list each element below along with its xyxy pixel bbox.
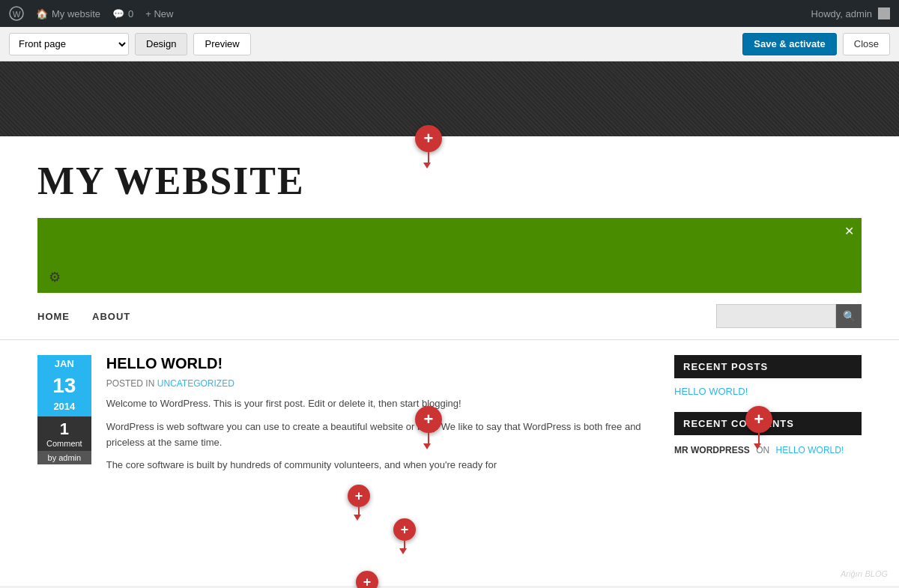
add-block-content2[interactable]: + <box>393 518 416 554</box>
add-block-content3[interactable]: + <box>356 571 378 588</box>
add-block-pin-tip-mid <box>423 443 431 449</box>
add-block-circle-top[interactable]: + <box>415 125 442 152</box>
post-date-badge: JAN 13 2014 1 Comment by admin <box>37 355 91 464</box>
post-author: by admin <box>37 451 91 464</box>
post-text-3: The core software is built by hundreds o… <box>37 458 644 473</box>
search-input[interactable] <box>716 304 836 328</box>
post-meta: POSTED IN UNCATEGORIZED <box>37 378 644 389</box>
comments-count: 0 <box>128 8 133 19</box>
close-button[interactable]: Close <box>843 33 890 55</box>
svg-text:W: W <box>13 10 21 19</box>
post-text-2: WordPress is web software you can use to… <box>37 419 644 451</box>
preview-dark-header <box>0 61 899 136</box>
add-block-top[interactable]: + <box>415 125 442 169</box>
banner-close-button[interactable]: ✕ <box>844 224 854 238</box>
add-block-circle-c1[interactable]: + <box>348 485 370 507</box>
new-content-link[interactable]: + New <box>145 8 173 19</box>
add-block-circle-mid[interactable]: + <box>415 406 442 433</box>
add-block-circle-sidebar[interactable]: + <box>745 406 772 433</box>
site-name: My website <box>52 8 100 19</box>
posts-column: JAN 13 2014 1 Comment by admin HELLO WOR… <box>37 355 674 481</box>
add-block-mid[interactable]: + <box>415 406 442 449</box>
add-block-content1[interactable]: + <box>348 485 370 521</box>
nav-search: 🔍 <box>716 304 862 328</box>
date-day: 13 <box>37 372 91 399</box>
post-text-1: Welcome to WordPress. This is your first… <box>37 396 644 412</box>
add-block-circle-c3[interactable]: + <box>356 571 378 588</box>
search-button[interactable]: 🔍 <box>836 304 862 328</box>
add-block-pin-top <box>428 152 429 163</box>
comment-author: MR WORDPRESS <box>674 445 750 455</box>
site-title: MY WEBSITE <box>0 136 899 218</box>
wp-logo-link[interactable]: W <box>9 6 24 21</box>
page-select[interactable]: Front page <box>9 33 129 55</box>
add-block-sidebar[interactable]: + <box>745 406 772 449</box>
add-block-pin-tip-c1 <box>354 515 361 521</box>
home-icon: 🏠 <box>36 8 48 19</box>
post-category[interactable]: UNCATEGORIZED <box>157 378 234 389</box>
post-item: JAN 13 2014 1 Comment by admin HELLO WOR… <box>37 355 644 481</box>
watermark: Ariğırı BLOG <box>841 569 888 578</box>
site-name-link[interactable]: 🏠 My website <box>36 8 100 19</box>
add-block-pin-c1 <box>358 507 360 515</box>
banner-widget: ✕ ⚙ <box>37 218 862 293</box>
add-block-pin-mid <box>428 433 429 443</box>
comments-icon: 💬 <box>112 8 124 19</box>
preview-area: MY WEBSITE ✕ ⚙ HOME ABOUT 🔍 <box>0 61 899 588</box>
preview-page: MY WEBSITE ✕ ⚙ HOME ABOUT 🔍 <box>0 136 899 586</box>
recent-posts-title: RECENT POSTS <box>674 355 862 378</box>
meta-prefix: POSTED IN <box>106 378 155 389</box>
banner-gear-icon[interactable]: ⚙ <box>49 269 61 285</box>
add-block-pin-tip-top <box>423 163 431 169</box>
comments-link[interactable]: 💬 0 <box>112 8 133 19</box>
customizer-toolbar: Front page Design Preview Save & activat… <box>0 27 899 61</box>
add-block-pin-c2 <box>404 541 405 548</box>
new-label: + New <box>145 8 173 19</box>
design-button[interactable]: Design <box>135 33 187 55</box>
date-month: JAN <box>37 355 91 372</box>
add-block-circle-c2[interactable]: + <box>393 518 416 541</box>
nav-about[interactable]: ABOUT <box>92 311 130 322</box>
comment-badge: 1 Comment <box>37 416 91 451</box>
date-year: 2014 <box>37 399 91 416</box>
site-navigation: HOME ABOUT 🔍 <box>0 293 899 340</box>
admin-bar: W 🏠 My website 💬 0 + New Howdy, admin <box>0 0 899 27</box>
post-content: HELLO WORLD! POSTED IN UNCATEGORIZED Wel… <box>37 355 644 473</box>
comment-post-link[interactable]: HELLO WORLD! <box>776 445 844 455</box>
search-icon: 🔍 <box>843 310 856 322</box>
post-title: HELLO WORLD! <box>37 355 644 372</box>
recent-post-link[interactable]: HELLO WORLD! <box>674 386 862 397</box>
add-block-pin-tip-sidebar <box>754 443 761 449</box>
nav-home[interactable]: HOME <box>37 311 70 322</box>
save-activate-button[interactable]: Save & activate <box>742 33 836 55</box>
watermark-text: Ariğırı BLOG <box>841 569 888 578</box>
howdy-text: Howdy, admin <box>811 8 872 19</box>
comment-label: Comment <box>46 439 82 448</box>
nav-items: HOME ABOUT <box>37 311 694 322</box>
comment-count: 1 <box>46 419 82 439</box>
admin-avatar <box>878 7 890 19</box>
add-block-pin-tip-c2 <box>399 548 407 554</box>
add-block-pin-sidebar <box>758 433 760 443</box>
recent-posts-widget: RECENT POSTS HELLO WORLD! <box>674 355 862 397</box>
preview-button[interactable]: Preview <box>193 33 250 55</box>
